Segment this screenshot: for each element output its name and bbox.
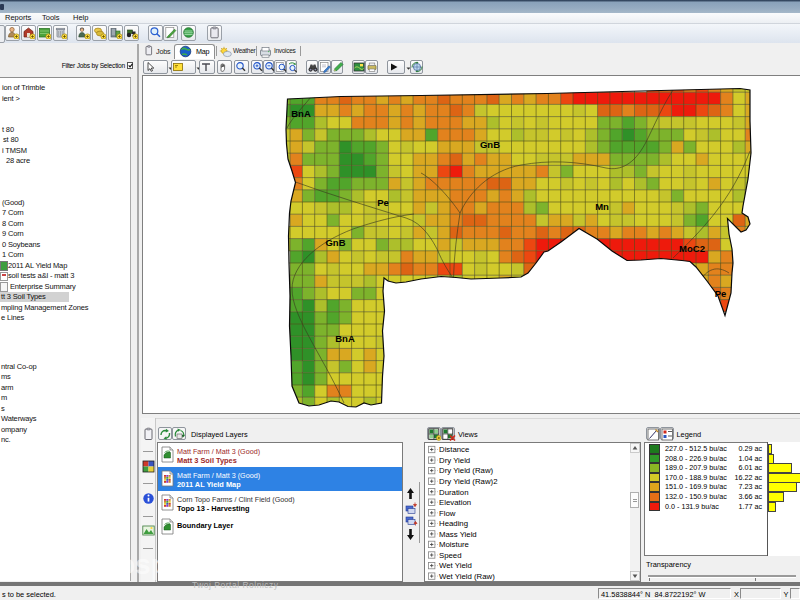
- svg-text:BnA: BnA: [291, 108, 311, 119]
- svg-text:Duration: Duration: [439, 487, 468, 496]
- svg-text:Heading: Heading: [439, 519, 468, 528]
- svg-text:Dry Yield (Raw)2: Dry Yield (Raw)2: [439, 477, 498, 486]
- svg-text:Distance: Distance: [439, 445, 469, 454]
- svg-text:Elevation: Elevation: [439, 498, 471, 507]
- svg-text:MoC2: MoC2: [679, 243, 705, 254]
- svg-text:Wet Yield (Raw): Wet Yield (Raw): [439, 571, 495, 580]
- svg-text:Speed: Speed: [439, 550, 462, 559]
- svg-text:Moisture: Moisture: [439, 540, 469, 549]
- svg-text:Dry Yield (Raw): Dry Yield (Raw): [439, 466, 494, 475]
- svg-text:Mn: Mn: [595, 201, 609, 212]
- svg-text:GnB: GnB: [325, 237, 345, 248]
- svg-text:Pe: Pe: [377, 197, 389, 208]
- svg-text:Mass Yield: Mass Yield: [439, 529, 477, 538]
- svg-text:Dry Yield: Dry Yield: [439, 455, 470, 464]
- svg-text:GnB: GnB: [480, 139, 500, 150]
- svg-text:Pe: Pe: [715, 288, 727, 299]
- svg-text:Flow: Flow: [439, 508, 456, 517]
- svg-text:Wet Yield: Wet Yield: [439, 561, 472, 570]
- svg-text:BnA: BnA: [335, 333, 355, 344]
